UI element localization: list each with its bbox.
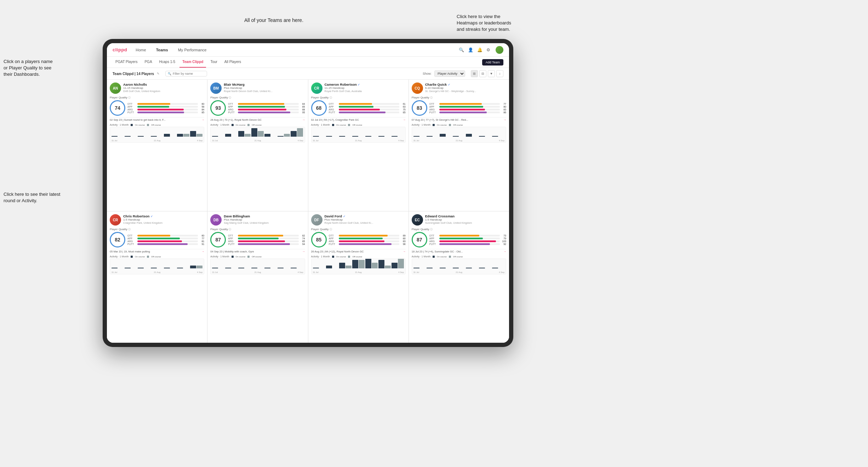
user-avatar[interactable] bbox=[496, 46, 503, 54]
stat-bar-ott bbox=[238, 235, 298, 237]
nav-home[interactable]: Home bbox=[134, 47, 147, 53]
activity-section: Activity · 1 Month On course Off course bbox=[412, 124, 506, 208]
quality-circle[interactable]: 87 bbox=[412, 232, 427, 247]
bell-icon[interactable]: 🔔 bbox=[477, 47, 482, 52]
bar-oncourse bbox=[492, 268, 498, 268]
player-card[interactable]: CR Cameron Robertson ✓ 11-15 Handicap Ro… bbox=[308, 80, 409, 211]
player-header: CR Cameron Robertson ✓ 11-15 Handicap Ro… bbox=[311, 82, 406, 94]
quality-circle[interactable]: 93 bbox=[210, 100, 226, 116]
quality-circle[interactable]: 74 bbox=[110, 100, 125, 116]
nav-teams[interactable]: Teams bbox=[155, 47, 170, 53]
player-name[interactable]: Cameron Robertson ✓ bbox=[325, 82, 406, 86]
verified-badge: ✓ bbox=[150, 215, 153, 218]
verified-badge: ✓ bbox=[448, 83, 450, 86]
latest-round[interactable]: 02 Sep 23 | Sunset round to get back int… bbox=[110, 117, 204, 122]
search-icon[interactable]: 🔍 bbox=[459, 47, 464, 52]
filter-button[interactable]: ▼ bbox=[488, 70, 495, 77]
chart-area: 31 Jul 21 Aug 4 Sep bbox=[412, 258, 506, 274]
quality-circle[interactable]: 83 bbox=[412, 100, 427, 116]
search-input[interactable] bbox=[173, 72, 205, 75]
latest-round-arrow[interactable]: → bbox=[503, 118, 506, 121]
player-card[interactable]: AN Aaron Nicholls 11-15 Handicap Drift G… bbox=[107, 80, 207, 211]
player-card[interactable]: EC Edward Crossman 1-5 Handicap Sunningd… bbox=[409, 211, 509, 343]
player-initials: CR bbox=[311, 82, 322, 94]
quality-number: 93 bbox=[215, 105, 221, 111]
oncourse-dot bbox=[332, 124, 334, 126]
offcourse-label: Off course bbox=[151, 256, 161, 258]
bar-group bbox=[466, 268, 478, 268]
quality-circle[interactable]: 87 bbox=[210, 232, 226, 247]
latest-round-arrow[interactable]: → bbox=[403, 118, 406, 121]
player-name[interactable]: Aaron Nicholls bbox=[123, 82, 204, 86]
stat-bar-ott bbox=[238, 103, 298, 105]
player-location: Sunningdale Golf Club, United Kingdom bbox=[425, 221, 506, 224]
player-name[interactable]: Blair McHarg bbox=[224, 82, 305, 86]
player-name[interactable]: David Ford ✓ bbox=[325, 214, 406, 218]
quality-circle[interactable]: 82 bbox=[110, 232, 125, 247]
latest-round[interactable]: 02 Jul 23 | 59 (+17), Craigmillar Park G… bbox=[311, 117, 406, 122]
chart-area: 31 Jul 21 Aug 4 Sep bbox=[210, 258, 305, 274]
oncourse-label: On course bbox=[236, 256, 246, 258]
quality-section: 74 OTT 60 APP 58 bbox=[110, 100, 204, 116]
offcourse-label: Off course bbox=[252, 124, 262, 126]
tab-team-clippd[interactable]: Team Clippd bbox=[179, 57, 206, 68]
player-name[interactable]: Chris Robertson ✓ bbox=[123, 214, 204, 218]
quality-circle[interactable]: 68 bbox=[311, 100, 327, 116]
player-card[interactable]: BM Blair McHarg Plus Handicap Royal Nort… bbox=[207, 80, 308, 211]
bar-oncourse bbox=[112, 136, 118, 137]
tab-hcaps[interactable]: Hcaps 1-5 bbox=[156, 57, 178, 68]
latest-round[interactable]: 18 Jul 23 | 74 (+4), Sunningdale GC - Ol… bbox=[412, 249, 506, 254]
bar-group bbox=[164, 268, 176, 268]
user-icon[interactable]: 👤 bbox=[468, 47, 473, 52]
latest-round-arrow[interactable]: → bbox=[201, 250, 204, 253]
player-name[interactable]: Edward Crossman bbox=[425, 214, 506, 218]
chart-area: 31 Jul 21 Aug 4 Sep bbox=[210, 127, 305, 143]
latest-round-arrow[interactable]: → bbox=[201, 118, 204, 121]
list-view-button[interactable]: ⊟ bbox=[479, 70, 486, 77]
player-name[interactable]: Dave Billingham bbox=[224, 214, 305, 218]
chart-bars bbox=[412, 127, 506, 137]
settings-icon[interactable]: ⚙ bbox=[486, 47, 491, 52]
latest-round[interactable]: 26 Aug 23 | 84 (+12), Royal North Devon … bbox=[311, 249, 406, 254]
chart-labels: 31 Jul 21 Aug 4 Sep bbox=[412, 271, 506, 273]
latest-round-arrow[interactable]: → bbox=[302, 118, 305, 121]
bar-group bbox=[339, 136, 352, 137]
add-team-button[interactable]: Add Team bbox=[482, 59, 503, 66]
player-name[interactable]: Charlie Quick ✓ bbox=[425, 82, 506, 86]
bar-oncourse bbox=[251, 268, 257, 268]
oncourse-dot bbox=[332, 256, 334, 258]
chart-labels: 31 Jul 21 Aug 4 Sep bbox=[211, 271, 304, 273]
player-card[interactable]: CR Chris Robertson ✓ 1-5 Handicap Craigm… bbox=[107, 211, 207, 343]
grid-view-button[interactable]: ⊞ bbox=[471, 70, 478, 77]
quality-circle[interactable]: 85 bbox=[311, 232, 327, 247]
latest-round[interactable]: 05 Mar 23 | 19, Must make putting → bbox=[110, 249, 204, 254]
chart-label-start: 31 Jul bbox=[112, 139, 117, 142]
latest-round-arrow[interactable]: → bbox=[503, 250, 506, 253]
player-card[interactable]: CQ Charlie Quick ✓ 6-10 Handicap St. Geo… bbox=[409, 80, 509, 211]
sort-button[interactable]: ↕ bbox=[496, 70, 503, 77]
bar-group bbox=[291, 128, 303, 137]
bar-group bbox=[326, 266, 338, 268]
tab-tour[interactable]: Tour bbox=[207, 57, 220, 68]
stat-row-putt: PUTT 91 bbox=[127, 243, 204, 245]
tab-pga[interactable]: PGA bbox=[142, 57, 155, 68]
latest-round[interactable]: 26 Aug 23 | 73 (+1), Royal North Devon G… bbox=[210, 117, 305, 122]
tab-pgat[interactable]: PGAT Players bbox=[113, 57, 140, 68]
show-select[interactable]: Player Activity bbox=[434, 70, 465, 77]
tab-all-players[interactable]: All Players bbox=[222, 57, 244, 68]
bar-offcourse bbox=[196, 266, 202, 268]
latest-round-text: 02 Jul 23 | 59 (+17), Craigmillar Park G… bbox=[311, 118, 401, 121]
player-card[interactable]: DF David Ford ✓ Plus Handicap Royal Nort… bbox=[308, 211, 409, 343]
latest-round[interactable]: 04 Sep 23 | Mobility with coach, Gym → bbox=[210, 249, 305, 254]
nav-my-performance[interactable]: My Performance bbox=[177, 47, 208, 53]
latest-round-arrow[interactable]: → bbox=[403, 250, 406, 253]
latest-round[interactable]: 07 Aug 23 | 77 (+7), St George's Hill GC… bbox=[412, 117, 506, 122]
bar-group bbox=[352, 136, 365, 137]
player-info: David Ford ✓ Plus Handicap Royal North D… bbox=[325, 214, 406, 224]
latest-round-arrow[interactable]: → bbox=[302, 250, 305, 253]
bar-oncourse bbox=[291, 131, 297, 137]
activity-label: Activity · 1 Month On course Off course bbox=[110, 124, 204, 126]
stat-name-arg: ARG bbox=[329, 240, 337, 243]
player-card[interactable]: DB Dave Billingham Plus Handicap Sag Mai… bbox=[207, 211, 308, 343]
edit-icon[interactable]: ✎ bbox=[157, 72, 160, 75]
